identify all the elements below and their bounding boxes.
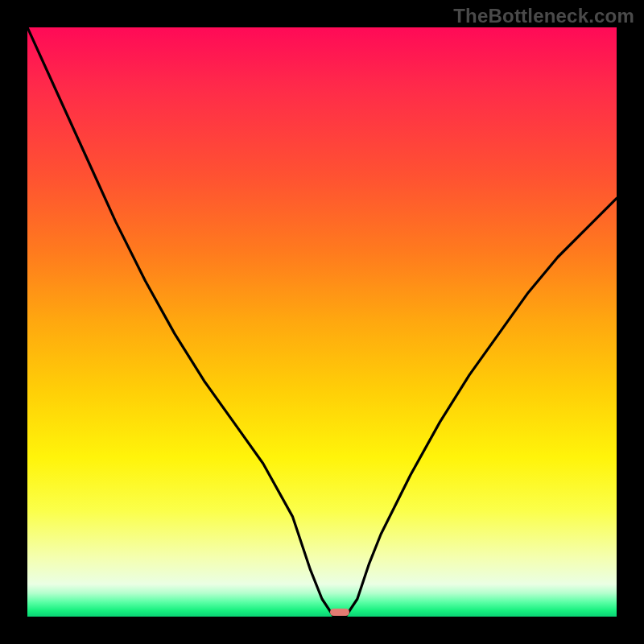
optimal-point-marker: [330, 609, 349, 616]
curve-svg: [27, 27, 617, 617]
chart-frame: TheBottleneck.com: [0, 0, 644, 644]
watermark-text: TheBottleneck.com: [453, 5, 634, 27]
plot-area: [27, 27, 617, 617]
bottleneck-curve-path: [27, 27, 617, 617]
